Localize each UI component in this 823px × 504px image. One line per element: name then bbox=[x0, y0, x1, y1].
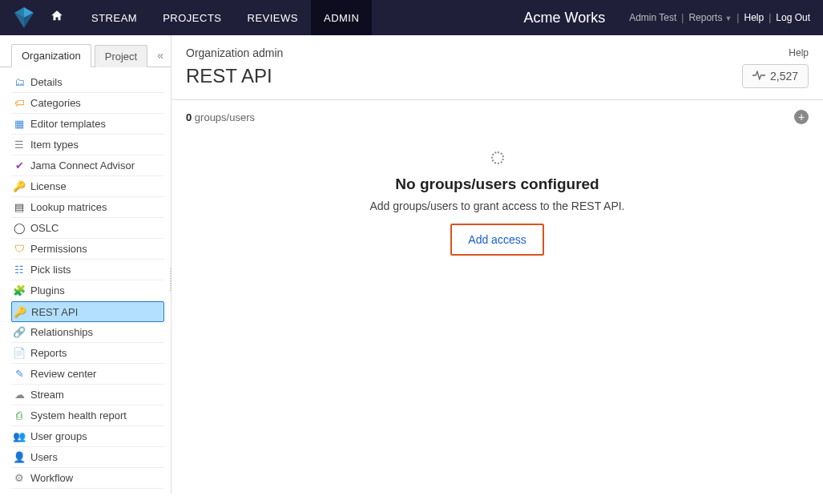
sidebar-item-reports[interactable]: 📄Reports bbox=[11, 343, 164, 364]
sidebar-item-rest-api[interactable]: 🔑REST API bbox=[11, 301, 164, 322]
sidebar-item-permissions[interactable]: 🛡Permissions bbox=[11, 239, 164, 260]
sidebar-item-categories[interactable]: 🏷Categories bbox=[11, 93, 164, 114]
top-bar: STREAM PROJECTS REVIEWS ADMIN Acme Works… bbox=[0, 0, 823, 35]
puzzle-icon: 🧩 bbox=[13, 284, 26, 297]
tab-organization[interactable]: Organization bbox=[11, 44, 91, 67]
sidebar-item-item-types[interactable]: ☰Item types bbox=[11, 135, 164, 155]
empty-title: No groups/users configured bbox=[171, 175, 823, 193]
sidebar: Organization Project « 🗂Details 🏷Categor… bbox=[0, 35, 171, 494]
check-badge-icon: ✔ bbox=[13, 159, 26, 172]
sidebar-item-system-health[interactable]: ⎙System health report bbox=[11, 405, 164, 426]
link-icon: 🔗 bbox=[13, 326, 26, 339]
user-label[interactable]: Admin Test bbox=[629, 12, 676, 23]
report-icon: 📄 bbox=[13, 347, 26, 360]
reports-menu[interactable]: Reports▼ bbox=[688, 12, 732, 23]
sidebar-item-relationships[interactable]: 🔗Relationships bbox=[11, 322, 164, 343]
sidebar-item-pick-lists[interactable]: ☷Pick lists bbox=[11, 260, 164, 280]
grid-icon: ▤ bbox=[13, 201, 26, 214]
user-icon: 👤 bbox=[13, 451, 26, 464]
usage-counter: 2,527 bbox=[742, 64, 809, 88]
add-access-link[interactable]: Add access bbox=[454, 227, 540, 252]
app-logo[interactable] bbox=[10, 3, 38, 32]
sidebar-list: 🗂Details 🏷Categories ▦Editor templates ☰… bbox=[0, 67, 171, 494]
sidebar-item-workflow[interactable]: ⚙Workflow bbox=[11, 468, 164, 489]
org-name: Acme Works bbox=[523, 10, 605, 26]
group-user-count: 0 groups/users bbox=[186, 111, 255, 123]
sidebar-item-plugins[interactable]: 🧩Plugins bbox=[11, 280, 164, 301]
add-button[interactable]: + bbox=[794, 110, 809, 124]
empty-subtitle: Add groups/users to grant access to the … bbox=[171, 200, 823, 212]
breadcrumb: Organization admin bbox=[186, 46, 283, 59]
review-icon: ✎ bbox=[13, 368, 26, 381]
nav-projects[interactable]: PROJECTS bbox=[150, 0, 234, 35]
nav-stream[interactable]: STREAM bbox=[79, 0, 150, 35]
home-icon[interactable] bbox=[50, 9, 64, 27]
group-icon: 👥 bbox=[13, 430, 26, 443]
spinner-icon bbox=[491, 151, 504, 164]
sidebar-item-oslc[interactable]: ◯OSLC bbox=[11, 218, 164, 239]
tag-icon: 🏷 bbox=[13, 97, 26, 110]
resize-handle[interactable] bbox=[168, 264, 173, 296]
stream-icon: ☁ bbox=[13, 389, 26, 401]
plus-icon: + bbox=[798, 111, 805, 123]
top-nav: STREAM PROJECTS REVIEWS ADMIN bbox=[79, 0, 372, 35]
workflow-icon: ⚙ bbox=[13, 472, 26, 485]
shield-icon: 🛡 bbox=[13, 243, 26, 256]
nav-admin[interactable]: ADMIN bbox=[311, 0, 372, 35]
api-key-icon: 🔑 bbox=[14, 305, 26, 318]
content-help-link[interactable]: Help bbox=[789, 47, 809, 58]
sidebar-item-user-groups[interactable]: 👥User groups bbox=[11, 426, 164, 447]
details-icon: 🗂 bbox=[13, 76, 26, 89]
empty-state: No groups/users configured Add groups/us… bbox=[171, 134, 823, 288]
sidebar-item-review-center[interactable]: ✎Review center bbox=[11, 364, 164, 385]
health-icon: ⎙ bbox=[13, 409, 26, 422]
sidebar-item-users[interactable]: 👤Users bbox=[11, 447, 164, 468]
top-right: Admin Test | Reports▼ | Help | Log Out bbox=[629, 12, 823, 23]
counter-value: 2,527 bbox=[770, 70, 798, 83]
page-title: REST API bbox=[186, 65, 272, 87]
nav-reviews[interactable]: REVIEWS bbox=[235, 0, 311, 35]
tab-project[interactable]: Project bbox=[95, 45, 147, 67]
list-icon: ☰ bbox=[13, 139, 26, 151]
circle-icon: ◯ bbox=[13, 222, 26, 235]
sidebar-item-lookup-matrices[interactable]: ▤Lookup matrices bbox=[11, 197, 164, 218]
sidebar-tabs: Organization Project « bbox=[0, 35, 171, 67]
key-icon: 🔑 bbox=[13, 180, 26, 193]
collapse-sidebar-icon[interactable]: « bbox=[157, 49, 161, 62]
sidebar-item-stream[interactable]: ☁Stream bbox=[11, 385, 164, 405]
pulse-icon bbox=[752, 70, 765, 83]
content: Organization admin Help REST API 2,527 0… bbox=[171, 35, 823, 494]
help-link-top[interactable]: Help bbox=[744, 12, 764, 23]
template-icon: ▦ bbox=[13, 118, 26, 131]
sidebar-item-license[interactable]: 🔑License bbox=[11, 176, 164, 197]
chevron-down-icon: ▼ bbox=[724, 14, 732, 22]
logout-link[interactable]: Log Out bbox=[776, 12, 810, 23]
sidebar-item-details[interactable]: 🗂Details bbox=[11, 72, 164, 93]
sidebar-item-jama-advisor[interactable]: ✔Jama Connect Advisor bbox=[11, 155, 164, 176]
picklist-icon: ☷ bbox=[13, 264, 26, 276]
sidebar-item-editor-templates[interactable]: ▦Editor templates bbox=[11, 114, 164, 135]
callout-highlight: Add access bbox=[450, 224, 543, 256]
